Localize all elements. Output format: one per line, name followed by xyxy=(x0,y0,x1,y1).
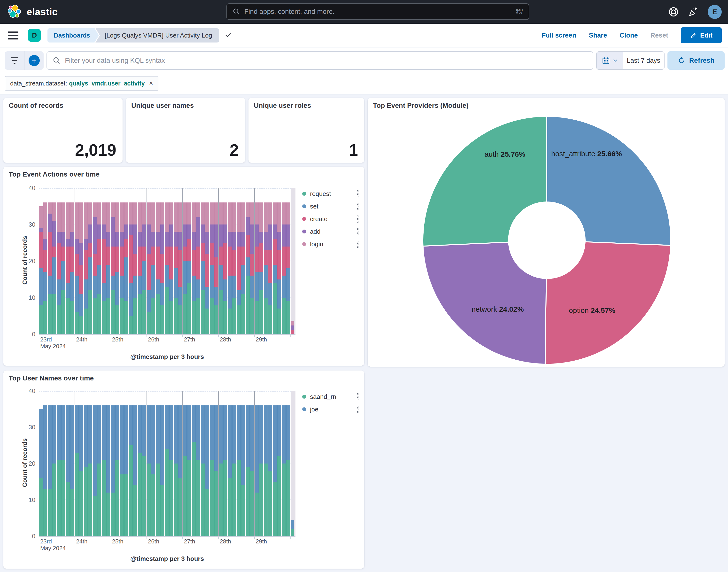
bar-column[interactable] xyxy=(201,391,205,536)
bar-column[interactable] xyxy=(133,188,137,334)
bar-column[interactable] xyxy=(79,188,83,334)
bar-column[interactable] xyxy=(57,391,61,536)
bar-column[interactable] xyxy=(39,391,43,536)
legend-actions-icon[interactable] xyxy=(357,203,358,210)
legend-item-saand_rn[interactable]: saand_rn xyxy=(302,392,358,401)
bar-column[interactable] xyxy=(192,188,196,334)
menu-icon[interactable] xyxy=(8,31,18,40)
bar-column[interactable] xyxy=(138,188,142,334)
bar-column[interactable] xyxy=(165,391,169,536)
breadcrumb-dashboards[interactable]: Dashboards xyxy=(48,28,99,43)
bar-column[interactable] xyxy=(70,391,74,536)
bar-column[interactable] xyxy=(106,188,111,334)
legend-actions-icon[interactable] xyxy=(357,216,358,223)
kql-search-input[interactable]: Filter your data using KQL syntax xyxy=(47,51,593,70)
add-filter-button[interactable]: + xyxy=(24,51,44,70)
elastic-logo[interactable]: elastic xyxy=(7,4,58,19)
bar-column[interactable] xyxy=(255,188,259,334)
clone-button[interactable]: Clone xyxy=(620,32,638,39)
bar-column[interactable] xyxy=(187,188,191,334)
bar-column[interactable] xyxy=(183,188,187,334)
bar-column[interactable] xyxy=(174,188,178,334)
legend-actions-icon[interactable] xyxy=(357,190,358,197)
bar-column[interactable] xyxy=(138,391,142,536)
bar-column[interactable] xyxy=(70,188,74,334)
global-search-input[interactable]: Find apps, content, and more. ⌘/ xyxy=(226,3,529,20)
partial-bucket[interactable] xyxy=(291,391,295,536)
legend-item-create[interactable]: create xyxy=(302,215,358,223)
reset-button[interactable]: Reset xyxy=(650,32,668,39)
bar-column[interactable] xyxy=(133,391,137,536)
bar-column[interactable] xyxy=(124,188,128,334)
bar-column[interactable] xyxy=(286,188,290,334)
space-badge[interactable]: D xyxy=(28,29,41,42)
bar-column[interactable] xyxy=(66,391,70,536)
bar-column[interactable] xyxy=(201,188,205,334)
bar-column[interactable] xyxy=(111,188,115,334)
bar-column[interactable] xyxy=(48,391,52,536)
pie-slice-network[interactable] xyxy=(423,242,547,364)
bar-column[interactable] xyxy=(210,391,214,536)
bar-column[interactable] xyxy=(277,188,281,334)
bar-column[interactable] xyxy=(232,391,236,536)
bar-column[interactable] xyxy=(246,391,250,536)
bar-column[interactable] xyxy=(97,188,101,334)
bar-column[interactable] xyxy=(282,391,286,536)
bar-column[interactable] xyxy=(205,391,209,536)
bar-column[interactable] xyxy=(264,391,268,536)
bar-column[interactable] xyxy=(219,188,223,334)
bar-column[interactable] xyxy=(223,391,227,536)
bar-column[interactable] xyxy=(102,391,106,536)
bar-column[interactable] xyxy=(124,391,128,536)
bar-column[interactable] xyxy=(174,391,178,536)
bar-column[interactable] xyxy=(160,188,164,334)
share-button[interactable]: Share xyxy=(589,32,607,39)
bar-column[interactable] xyxy=(75,188,79,334)
bar-column[interactable] xyxy=(43,391,48,536)
bar-column[interactable] xyxy=(97,391,101,536)
bar-column[interactable] xyxy=(273,391,277,536)
user-avatar[interactable]: E xyxy=(708,5,722,19)
pie-slice-host_attribute[interactable] xyxy=(547,116,671,245)
bar-column[interactable] xyxy=(268,391,272,536)
legend-item-login[interactable]: login xyxy=(302,240,358,248)
bar-column[interactable] xyxy=(79,391,83,536)
bar-column[interactable] xyxy=(106,391,111,536)
bar-column[interactable] xyxy=(277,391,281,536)
edit-button[interactable]: Edit xyxy=(681,27,722,43)
bar-column[interactable] xyxy=(160,391,164,536)
saved-check-icon[interactable] xyxy=(224,31,232,40)
legend-actions-icon[interactable] xyxy=(357,228,358,235)
bar-column[interactable] xyxy=(286,391,290,536)
bar-column[interactable] xyxy=(120,391,124,536)
bar-column[interactable] xyxy=(156,391,160,536)
bar-column[interactable] xyxy=(142,188,146,334)
bar-column[interactable] xyxy=(165,188,169,334)
bar-column[interactable] xyxy=(259,391,263,536)
bar-column[interactable] xyxy=(93,391,97,536)
news-feed-icon[interactable] xyxy=(688,6,699,17)
calendar-button[interactable] xyxy=(597,52,623,69)
help-icon[interactable] xyxy=(668,6,679,17)
bar-column[interactable] xyxy=(205,188,209,334)
bar-column[interactable] xyxy=(246,188,250,334)
bar-column[interactable] xyxy=(187,391,191,536)
bar-column[interactable] xyxy=(66,188,70,334)
bar-column[interactable] xyxy=(61,188,65,334)
bar-column[interactable] xyxy=(228,188,232,334)
bar-column[interactable] xyxy=(88,391,92,536)
bar-column[interactable] xyxy=(75,391,79,536)
bar-column[interactable] xyxy=(237,391,241,536)
bar-column[interactable] xyxy=(129,391,133,536)
legend-actions-icon[interactable] xyxy=(357,393,358,400)
legend-actions-icon[interactable] xyxy=(357,406,358,413)
bar-column[interactable] xyxy=(93,188,97,334)
bar-column[interactable] xyxy=(259,188,263,334)
bar-column[interactable] xyxy=(196,188,200,334)
bar-column[interactable] xyxy=(241,391,245,536)
bar-column[interactable] xyxy=(183,391,187,536)
remove-filter-icon[interactable]: × xyxy=(149,79,153,87)
bar-column[interactable] xyxy=(178,188,183,334)
bar-column[interactable] xyxy=(273,188,277,334)
bar-column[interactable] xyxy=(219,391,223,536)
